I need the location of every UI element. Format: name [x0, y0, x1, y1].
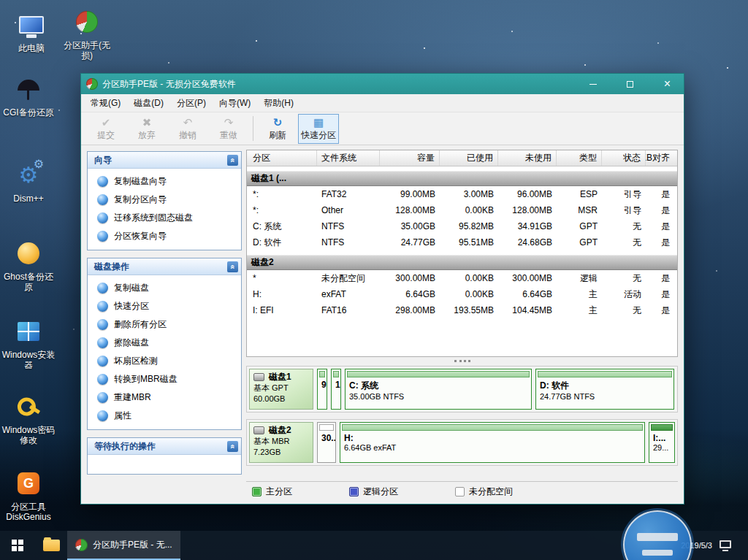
- table-cell: 是: [646, 304, 677, 317]
- toolbar-button-label: 刷新: [269, 129, 286, 142]
- desktop-icon-label: Dism++: [1, 193, 56, 204]
- taskbar-app-label: 分区助手PE版 - 无...: [93, 539, 172, 551]
- partition-block[interactable]: 9: [317, 369, 327, 410]
- sidebar-item[interactable]: 迁移系统到固态磁盘: [88, 209, 241, 227]
- partition-label: 9: [319, 380, 325, 390]
- file-explorer-button[interactable]: [35, 531, 67, 560]
- table-cell: 298.00MB: [380, 305, 440, 315]
- partition-block[interactable]: 30...: [317, 422, 336, 463]
- table-row[interactable]: I: EFIFAT16298.00MB193.55MB104.45MB主无是: [247, 302, 677, 318]
- disk-group-header[interactable]: 磁盘1 (...: [247, 171, 677, 186]
- sidebar-section: 等待执行的操作: [87, 437, 242, 475]
- toolbar-separator: [253, 116, 253, 141]
- partition-block[interactable]: C: 系统35.00GB NTFS: [345, 369, 532, 410]
- desktop-icon-ghost[interactable]: Ghost备份还原: [1, 237, 56, 292]
- collapse-icon[interactable]: [227, 155, 238, 166]
- table-row[interactable]: *未分配空间300.00MB0.00KB300.00MB逻辑无是: [247, 270, 677, 286]
- start-button[interactable]: [0, 531, 35, 560]
- partition-block[interactable]: I:...29...: [649, 422, 675, 463]
- desktop-icon-art: [1, 467, 56, 499]
- table-cell: 无: [602, 304, 646, 317]
- sidebar-section-header[interactable]: 向导: [88, 152, 241, 169]
- table-cell: 128.00MB: [380, 205, 440, 215]
- sidebar-item[interactable]: 属性: [88, 407, 241, 425]
- disk-header[interactable]: 磁盘1基本 GPT60.00GB: [249, 369, 313, 410]
- disk-header[interactable]: 磁盘2基本 MBR7.23GB: [249, 422, 313, 463]
- sidebar-item[interactable]: 转换到MBR磁盘: [88, 370, 241, 388]
- desktop-icon-wininst[interactable]: Windows安装器: [1, 315, 56, 370]
- sidebar-item[interactable]: 删除所有分区: [88, 315, 241, 334]
- menu-item[interactable]: 帮助(H): [257, 95, 300, 112]
- sidebar-item[interactable]: 复制磁盘: [88, 279, 241, 297]
- sidebar-item[interactable]: 快速分区: [88, 297, 241, 315]
- delete-all-partitions-icon: [97, 319, 108, 330]
- table-cell: *:: [247, 189, 317, 199]
- table-row[interactable]: *:Other128.00MB0.00KB128.00MBMSR引导是: [247, 202, 677, 218]
- table-row[interactable]: D: 软件NTFS24.77GB95.51MB24.68GBGPT无是: [247, 234, 677, 250]
- splitter[interactable]: [246, 357, 678, 365]
- table-cell: FAT32: [317, 189, 380, 199]
- toolbar: 提交放弃撤销重做刷新快速分区: [81, 112, 684, 145]
- undo-button[interactable]: 撤销: [167, 114, 208, 144]
- sidebar-item[interactable]: 擦除磁盘: [88, 334, 241, 352]
- legend: 主分区逻辑分区未分配空间: [246, 481, 678, 499]
- legend-item: 未分配空间: [455, 486, 513, 498]
- partition-sub: 29...: [651, 443, 673, 452]
- table-cell: 是: [646, 272, 677, 285]
- ghost-backup-icon: [18, 242, 39, 264]
- close-button[interactable]: [651, 74, 684, 94]
- menu-item[interactable]: 向导(W): [213, 95, 257, 112]
- column-header: 容量: [380, 150, 440, 166]
- watermark-decoration: [637, 533, 678, 541]
- disk-group-header[interactable]: 磁盘2: [247, 255, 677, 270]
- properties-icon: [97, 410, 108, 421]
- sidebar-item[interactable]: 复制分区向导: [88, 191, 241, 209]
- sidebar-item[interactable]: 坏扇区检测: [88, 352, 241, 370]
- desktop-icon-pa[interactable]: 分区助手(无损): [60, 6, 114, 61]
- discard-button[interactable]: 放弃: [126, 114, 167, 144]
- partition-block[interactable]: 1: [331, 369, 341, 410]
- table-cell: *:: [247, 205, 317, 215]
- minimize-button[interactable]: [576, 74, 609, 94]
- refresh-button[interactable]: 刷新: [257, 114, 298, 144]
- maximize-button[interactable]: [614, 74, 646, 94]
- menu-item[interactable]: 分区(P): [170, 95, 213, 112]
- table-cell: 6.64GB: [380, 289, 440, 299]
- collapse-icon[interactable]: [227, 441, 238, 452]
- sidebar-item[interactable]: 复制磁盘向导: [88, 172, 241, 191]
- disk-row: 磁盘1基本 GPT60.00GB91C: 系统35.00GB NTFSD: 软件…: [246, 366, 678, 413]
- quick-button[interactable]: 快速分区: [298, 114, 339, 144]
- redo-button[interactable]: 重做: [208, 114, 249, 144]
- table-row[interactable]: C: 系统NTFS35.00GB95.82MB34.91GBGPT无是: [247, 218, 677, 234]
- table-cell: 0.00KB: [440, 273, 498, 283]
- table-cell: 24.68GB: [498, 237, 557, 248]
- usage-bar: [538, 371, 672, 377]
- network-icon[interactable]: [720, 540, 731, 548]
- legend-item: 主分区: [252, 486, 292, 498]
- desktop-icon-winpass[interactable]: Windows密码修改: [1, 391, 56, 445]
- sidebar: 向导复制磁盘向导复制分区向导迁移系统到固态磁盘分区恢复向导磁盘操作复制磁盘快速分…: [87, 151, 242, 498]
- table-row[interactable]: H:exFAT6.64GB0.00KB6.64GB主活动是: [247, 286, 677, 302]
- title-bar[interactable]: 分区助手PE版 - 无损分区免费软件: [81, 74, 684, 94]
- sidebar-section-header[interactable]: 磁盘操作: [88, 258, 241, 275]
- partition-block[interactable]: D: 软件24.77GB NTFS: [535, 369, 674, 410]
- submit-button[interactable]: 提交: [85, 114, 126, 144]
- sidebar-section-list: 复制磁盘向导复制分区向导迁移系统到固态磁盘分区恢复向导: [88, 169, 241, 250]
- column-header: 分区: [247, 150, 317, 166]
- table-row[interactable]: *:FAT3299.00MB3.00MB96.00MBESP引导是: [247, 186, 677, 202]
- sidebar-item[interactable]: 分区恢复向导: [88, 227, 241, 245]
- table-cell: D: 软件: [247, 237, 317, 249]
- desktop-icon-cgi[interactable]: CGI备份还原: [1, 73, 56, 118]
- menu-item[interactable]: 常规(G): [84, 95, 127, 112]
- sidebar-section-header[interactable]: 等待执行的操作: [88, 438, 241, 455]
- desktop-icon-dg[interactable]: 分区工具DiskGenius: [1, 467, 56, 522]
- partition-block[interactable]: H:6.64GB exFAT: [340, 422, 645, 463]
- collapse-icon[interactable]: [227, 261, 238, 272]
- desktop-icon-dism[interactable]: Dism++: [1, 159, 56, 204]
- desktop-icon-this-pc[interactable]: 此电脑: [4, 9, 58, 53]
- menu-item[interactable]: 磁盘(D): [127, 95, 170, 112]
- app-icon: [75, 539, 88, 551]
- taskbar-app-button[interactable]: 分区助手PE版 - 无...: [67, 531, 180, 560]
- sidebar-item[interactable]: 重建MBR: [88, 388, 241, 407]
- partition-sub: 24.77GB NTFS: [538, 392, 672, 401]
